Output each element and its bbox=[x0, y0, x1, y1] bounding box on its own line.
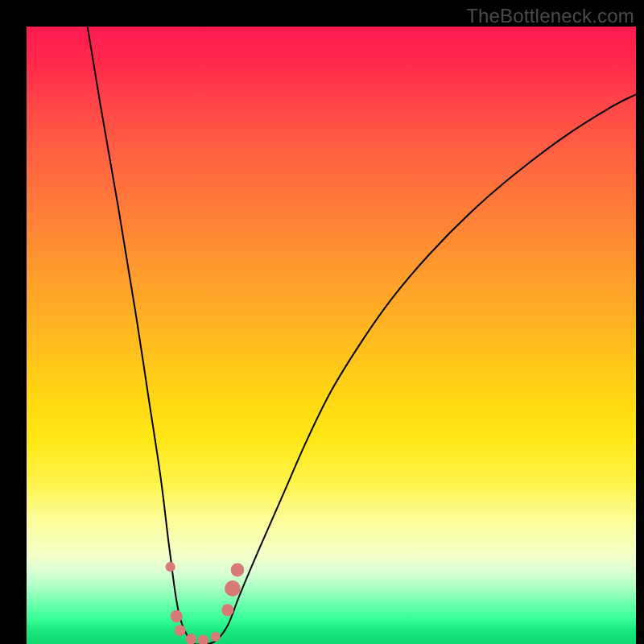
bottleneck-curve bbox=[88, 27, 636, 644]
curve-layer bbox=[27, 27, 636, 644]
curve-marker bbox=[171, 610, 183, 622]
chart-frame: TheBottleneck.com bbox=[0, 0, 644, 644]
curve-marker bbox=[175, 625, 186, 636]
curve-marker bbox=[231, 564, 245, 577]
curve-marker bbox=[221, 604, 233, 616]
plot-area bbox=[27, 27, 636, 644]
curve-marker bbox=[211, 632, 221, 642]
watermark-text: TheBottleneck.com bbox=[466, 5, 634, 27]
curve-marker bbox=[225, 580, 241, 597]
curve-marker bbox=[166, 562, 175, 572]
curve-marker bbox=[198, 634, 209, 644]
